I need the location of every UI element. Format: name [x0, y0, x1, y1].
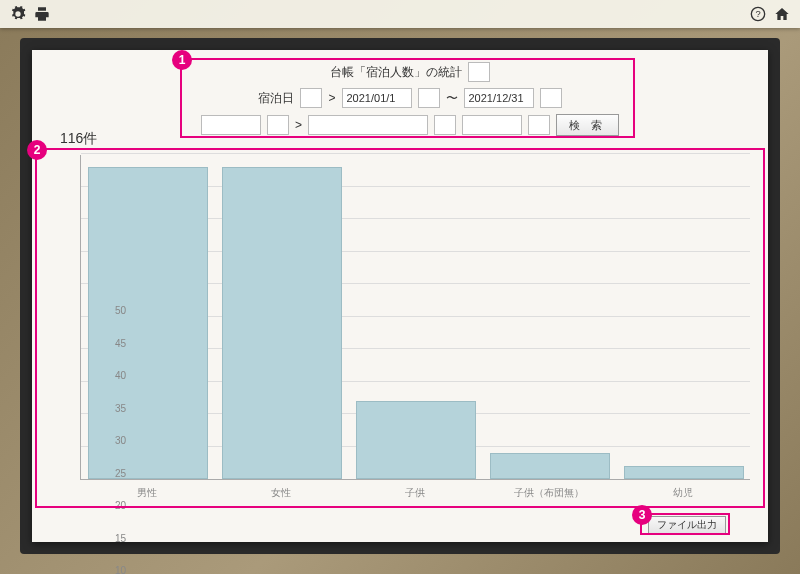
- filter-form: 台帳「宿泊人数」の統計 宿泊日 > 〜 > 検 索: [195, 62, 625, 142]
- date-to-input[interactable]: [464, 88, 534, 108]
- stat-select[interactable]: [468, 62, 490, 82]
- date-from-picker[interactable]: [418, 88, 440, 108]
- svg-text:?: ?: [755, 9, 760, 19]
- extra-input-2b[interactable]: [434, 115, 456, 135]
- x-tick-label: 女性: [271, 486, 291, 500]
- grid-line: [81, 153, 750, 154]
- y-tick-label: 15: [100, 532, 126, 543]
- export-button[interactable]: ファイル出力: [648, 516, 726, 534]
- y-tick-label: 40: [100, 370, 126, 381]
- gear-icon[interactable]: [10, 6, 26, 22]
- bar: [624, 466, 745, 479]
- range-sep: 〜: [446, 90, 458, 107]
- y-tick-label: 50: [100, 305, 126, 316]
- result-count: 116件: [60, 130, 97, 148]
- x-tick-label: 子供（布団無）: [514, 486, 584, 500]
- extra-select-1b[interactable]: [267, 115, 289, 135]
- y-tick-label: 10: [100, 565, 126, 575]
- bar: [356, 401, 477, 479]
- y-tick-label: 30: [100, 435, 126, 446]
- date-field-select[interactable]: [300, 88, 322, 108]
- x-tick-label: 男性: [137, 486, 157, 500]
- extra-input-3b[interactable]: [528, 115, 550, 135]
- help-icon[interactable]: ?: [750, 6, 766, 22]
- x-tick-label: 幼児: [673, 486, 693, 500]
- annotation-badge-3: 3: [632, 505, 652, 525]
- bar: [490, 453, 611, 479]
- extra-select-1[interactable]: [201, 115, 261, 135]
- home-icon[interactable]: [774, 6, 790, 22]
- print-icon[interactable]: [34, 6, 50, 22]
- bar-chart: 5101520253035404550男性女性子供子供（布団無）幼児: [50, 155, 760, 500]
- y-tick-label: 20: [100, 500, 126, 511]
- extra-input-3[interactable]: [462, 115, 522, 135]
- y-tick-label: 35: [100, 402, 126, 413]
- topbar: ?: [0, 0, 800, 28]
- plot-area: [80, 155, 750, 480]
- bar: [222, 167, 343, 479]
- extra-input-2[interactable]: [308, 115, 428, 135]
- x-tick-label: 子供: [405, 486, 425, 500]
- form-title: 台帳「宿泊人数」の統計: [330, 64, 462, 81]
- gt-1: >: [328, 91, 335, 105]
- annotation-badge-1: 1: [172, 50, 192, 70]
- date-from-input[interactable]: [342, 88, 412, 108]
- date-to-picker[interactable]: [540, 88, 562, 108]
- date-label: 宿泊日: [258, 90, 294, 107]
- search-button[interactable]: 検 索: [556, 114, 619, 136]
- y-tick-label: 45: [100, 337, 126, 348]
- y-tick-label: 25: [100, 467, 126, 478]
- annotation-badge-2: 2: [27, 140, 47, 160]
- gt-2: >: [295, 118, 302, 132]
